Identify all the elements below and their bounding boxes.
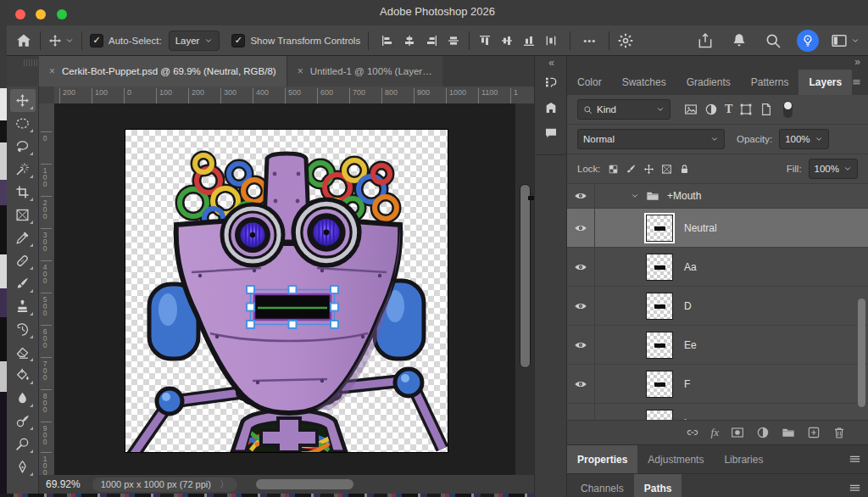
lock-transparency-icon[interactable] — [608, 164, 619, 175]
tab-adjustments[interactable]: Adjustments — [637, 445, 714, 473]
layer-name[interactable]: Ee — [684, 339, 697, 351]
panel-menu-icon[interactable] — [849, 453, 861, 466]
layer-name[interactable]: Aa — [684, 261, 697, 273]
fill-field[interactable]: 100% — [809, 159, 858, 179]
smudge-tool[interactable] — [10, 410, 36, 433]
tab-patterns[interactable]: Patterns — [741, 70, 799, 95]
document-info[interactable]: 1000 px x 1000 px (72 ppi) 〉 — [92, 477, 237, 492]
comments-panel-button[interactable] — [535, 120, 567, 146]
auto-select-dropdown[interactable]: Layer — [169, 31, 220, 51]
transform-handle[interactable] — [331, 286, 338, 293]
brush-tool[interactable] — [10, 272, 36, 295]
blur-tool[interactable] — [10, 387, 36, 410]
add-layer-mask-icon[interactable] — [731, 426, 744, 439]
libraries-panel-button[interactable] — [535, 95, 567, 120]
canvas-horizontal-scrollbar[interactable] — [256, 479, 353, 489]
visibility-eye-icon[interactable] — [574, 299, 587, 313]
distribute-icon[interactable] — [544, 34, 558, 47]
tab-gradients[interactable]: Gradients — [676, 70, 741, 95]
healing-brush-tool[interactable] — [10, 249, 36, 272]
visibility-eye-icon[interactable] — [574, 377, 587, 391]
document-canvas[interactable] — [125, 130, 448, 452]
history-panel-button[interactable] — [535, 70, 567, 95]
transform-handle[interactable] — [247, 304, 254, 311]
frame-tool[interactable] — [10, 204, 36, 226]
group-name[interactable]: +Mouth — [667, 190, 701, 202]
layer-thumbnail[interactable] — [646, 293, 673, 320]
clone-stamp-tool[interactable] — [10, 295, 36, 318]
transform-handle[interactable] — [289, 286, 297, 293]
layer-row[interactable]: L — [567, 404, 868, 420]
transform-handle[interactable] — [247, 321, 254, 328]
layer-name[interactable]: L — [684, 417, 690, 421]
visibility-eye-icon[interactable] — [574, 189, 587, 203]
collapse-panels-button[interactable]: « — [548, 57, 554, 69]
layer-row-selected[interactable]: Neutral — [567, 209, 868, 248]
chevron-down-icon[interactable] — [851, 36, 860, 45]
auto-select-checkbox[interactable] — [90, 34, 103, 47]
align-center-horizontal-icon[interactable] — [403, 34, 416, 47]
more-options-button[interactable]: ••• — [583, 36, 596, 46]
marquee-tool[interactable] — [10, 112, 36, 135]
pen-tool[interactable] — [10, 455, 36, 478]
zoom-level-field[interactable]: 69.92% — [46, 478, 81, 490]
document-tab-inactive[interactable]: × Untitled-1 @ 100% (Layer… — [287, 56, 442, 87]
layer-row[interactable]: F — [567, 365, 868, 404]
chevron-right-icon[interactable]: 〉 — [220, 478, 229, 491]
opacity-field[interactable]: 100% — [779, 129, 828, 149]
transform-handle[interactable] — [331, 321, 338, 328]
align-top-icon[interactable] — [478, 34, 492, 47]
filter-kind-dropdown[interactable]: Kind — [577, 99, 670, 120]
delete-layer-icon[interactable] — [832, 426, 846, 439]
vertical-ruler[interactable]: 0 100 200 300 400 500 600 700 800 900 10… — [39, 103, 55, 475]
search-icon[interactable] — [765, 32, 782, 49]
layer-filter-toggle[interactable] — [783, 101, 793, 118]
visibility-eye-icon[interactable] — [574, 416, 587, 421]
layer-group-row[interactable]: +Mouth — [567, 184, 868, 209]
lock-paint-icon[interactable] — [626, 164, 637, 175]
discover-button[interactable] — [797, 30, 819, 52]
filter-type-layers-icon[interactable]: T — [725, 103, 732, 116]
align-vertical-centers-icon[interactable] — [500, 34, 514, 47]
dodge-tool[interactable] — [10, 433, 36, 455]
layer-name[interactable]: D — [684, 300, 692, 312]
scrollbar-thumb[interactable] — [520, 184, 531, 368]
layers-scrollbar-thumb[interactable] — [858, 299, 865, 407]
chevron-down-icon[interactable] — [631, 192, 639, 200]
align-left-icon[interactable] — [381, 34, 394, 47]
transform-handle[interactable] — [289, 321, 297, 328]
tab-layers[interactable]: Layers — [798, 70, 852, 95]
tab-swatches[interactable]: Swatches — [612, 70, 676, 95]
document-tab-active[interactable]: × Cerkit-Bot-Puppet.psd @ 69.9% (Neutral… — [39, 56, 287, 87]
lock-all-icon[interactable] — [679, 164, 690, 175]
layer-name[interactable]: F — [684, 378, 690, 390]
ruler-corner[interactable] — [39, 87, 55, 104]
blend-mode-dropdown[interactable]: Normal — [577, 129, 725, 149]
chevron-down-icon[interactable] — [65, 36, 74, 45]
layer-style-button[interactable]: fx — [711, 426, 719, 439]
history-brush-tool[interactable] — [10, 318, 36, 341]
lock-position-icon[interactable] — [643, 164, 654, 175]
transform-handle[interactable] — [247, 286, 254, 293]
filter-adjustment-layers-icon[interactable] — [704, 103, 718, 116]
canvas-vertical-scrollbar[interactable] — [515, 103, 534, 475]
visibility-eye-icon[interactable] — [574, 221, 587, 235]
eyedropper-tool[interactable] — [10, 226, 36, 249]
eraser-tool[interactable] — [10, 341, 36, 364]
crop-tool[interactable] — [10, 181, 36, 204]
paint-bucket-tool[interactable] — [10, 364, 36, 387]
layer-thumbnail[interactable] — [646, 371, 673, 398]
layer-thumbnail[interactable] — [646, 215, 673, 242]
magic-wand-tool[interactable] — [10, 158, 36, 181]
link-layers-icon[interactable] — [686, 426, 699, 439]
close-icon[interactable]: × — [298, 65, 303, 77]
layer-thumbnail[interactable] — [646, 410, 673, 421]
show-transform-checkbox[interactable] — [231, 34, 245, 47]
layer-thumbnail[interactable] — [646, 254, 673, 281]
new-group-icon[interactable] — [782, 426, 795, 439]
tab-libraries[interactable]: Libraries — [714, 445, 773, 473]
panel-menu-icon[interactable] — [852, 75, 861, 89]
align-horizontal-centers-icon[interactable] — [447, 34, 460, 47]
adjustment-layer-icon[interactable] — [756, 426, 770, 439]
tab-paths[interactable]: Paths — [634, 474, 682, 497]
